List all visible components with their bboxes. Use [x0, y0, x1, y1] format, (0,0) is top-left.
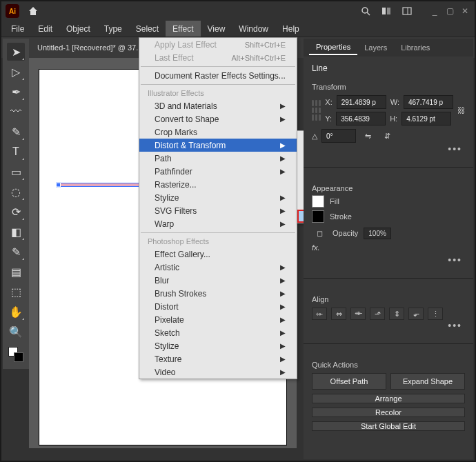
- w-label: W:: [390, 98, 399, 106]
- arrange-button[interactable]: Arrange: [312, 394, 465, 403]
- curvature-tool[interactable]: 〰: [7, 103, 25, 121]
- align-more-icon[interactable]: •••: [312, 320, 465, 331]
- menu-sketch[interactable]: Sketch▶: [139, 326, 297, 339]
- zoom-tool[interactable]: 🔍: [7, 323, 25, 341]
- start-global-edit-button[interactable]: Start Global Edit: [312, 421, 465, 431]
- menu-type[interactable]: Type: [97, 21, 129, 37]
- paintbrush-tool[interactable]: ✎: [7, 123, 25, 141]
- workspace-icon[interactable]: [401, 6, 413, 17]
- menu-artistic[interactable]: Artistic▶: [139, 261, 297, 274]
- document-tab[interactable]: Untitled-1 [Recovered]* @ 37.: [32, 41, 143, 54]
- align-right-button[interactable]: ⬲: [350, 308, 366, 320]
- fill-swatch[interactable]: [312, 195, 324, 208]
- rotate-tool[interactable]: ⟳: [7, 203, 25, 221]
- home-button[interactable]: [26, 4, 40, 18]
- menu-warp[interactable]: Warp▶: [139, 217, 297, 230]
- align-heading: Align: [312, 295, 465, 303]
- pen-tool[interactable]: ✒: [7, 83, 25, 101]
- tab-properties[interactable]: Properties: [309, 40, 357, 55]
- menu-select[interactable]: Select: [129, 21, 166, 37]
- svg-rect-3: [403, 8, 411, 14]
- menu-effect-gallery[interactable]: Effect Gallery...: [139, 248, 297, 261]
- type-tool[interactable]: T: [7, 143, 25, 161]
- menu-pixelate[interactable]: Pixelate▶: [139, 313, 297, 326]
- menu-stylize-ps[interactable]: Stylize▶: [139, 339, 297, 352]
- align-left-button[interactable]: ⬰: [312, 308, 327, 320]
- menu-blur[interactable]: Blur▶: [139, 274, 297, 287]
- recolor-button[interactable]: Recolor: [312, 408, 465, 417]
- home-icon: [28, 6, 39, 17]
- restore-button[interactable]: ▢: [444, 6, 455, 16]
- flip-horizontal-icon[interactable]: ⇋: [360, 128, 375, 143]
- minimize-button[interactable]: _: [429, 6, 440, 16]
- y-input[interactable]: 356.4839: [336, 112, 386, 125]
- stroke-swatch[interactable]: [312, 210, 324, 223]
- align-hcenter-button[interactable]: ⇔: [331, 308, 346, 320]
- hand-tool[interactable]: ✋: [7, 303, 25, 321]
- selection-type-label: Line: [312, 63, 465, 73]
- expand-shape-button[interactable]: Expand Shape: [390, 373, 465, 390]
- artboard-tool[interactable]: ⬚: [7, 283, 25, 301]
- align-vcenter-button[interactable]: ⇕: [389, 308, 404, 320]
- shape-builder-tool[interactable]: ◧: [7, 223, 25, 241]
- constrain-proportions-icon[interactable]: ⛓: [457, 103, 465, 118]
- menu-3d-materials[interactable]: 3D and Materials▶: [139, 99, 297, 112]
- menu-svg-filters[interactable]: SVG Filters▶: [139, 204, 297, 217]
- direct-selection-tool[interactable]: ▷: [7, 63, 25, 81]
- menu-brush-strokes[interactable]: Brush Strokes▶: [139, 287, 297, 300]
- tab-libraries[interactable]: Libraries: [394, 41, 437, 54]
- menu-video[interactable]: Video▶: [139, 365, 297, 379]
- reference-point-grid[interactable]: [312, 100, 321, 121]
- menu-document-raster-settings[interactable]: Document Raster Effects Settings...: [139, 69, 297, 82]
- eyedropper-tool[interactable]: ✎: [7, 243, 25, 261]
- flip-vertical-icon[interactable]: ⇵: [379, 128, 395, 143]
- rotate-input[interactable]: 0°: [321, 129, 356, 143]
- eraser-tool[interactable]: ◌: [7, 183, 25, 201]
- menu-distort-ps[interactable]: Distort▶: [139, 300, 297, 313]
- menu-stylize-ai[interactable]: Stylize▶: [139, 191, 297, 204]
- properties-panel: Properties Layers Libraries Line Transfo…: [304, 39, 473, 459]
- menu-window[interactable]: Window: [232, 21, 275, 37]
- align-top-button[interactable]: ⬏: [370, 308, 385, 320]
- menu-effect[interactable]: Effect: [166, 21, 200, 37]
- selection-tool[interactable]: ➤: [7, 43, 25, 61]
- menu-distort-transform[interactable]: Distort & Transform▶: [139, 139, 297, 152]
- opacity-icon: ◻: [312, 225, 327, 241]
- menu-rasterize[interactable]: Rasterize...: [139, 178, 297, 191]
- effect-menu-dropdown: Apply Last EffectShift+Ctrl+E Last Effec…: [139, 37, 297, 379]
- menu-texture[interactable]: Texture▶: [139, 352, 297, 365]
- app-logo: Ai: [6, 4, 19, 18]
- w-input[interactable]: 467.7419 p: [404, 95, 453, 109]
- illustrator-effects-label: Illustrator Effects: [139, 87, 297, 99]
- offset-path-button[interactable]: Offset Path: [312, 373, 386, 390]
- close-button[interactable]: ✕: [459, 6, 470, 16]
- menu-convert-to-shape[interactable]: Convert to Shape▶: [139, 112, 297, 125]
- distribute-button[interactable]: ⋮: [428, 308, 443, 320]
- tab-layers[interactable]: Layers: [357, 41, 394, 54]
- opacity-input[interactable]: 100%: [364, 228, 391, 239]
- x-input[interactable]: 291.4839 p: [337, 95, 386, 109]
- appearance-more-icon[interactable]: •••: [312, 254, 465, 265]
- panel-tabs: Properties Layers Libraries: [304, 39, 473, 57]
- menu-edit[interactable]: Edit: [31, 21, 59, 37]
- menu-file[interactable]: File: [4, 21, 31, 37]
- menu-crop-marks[interactable]: Crop Marks: [139, 125, 297, 139]
- fx-label[interactable]: fx.: [312, 243, 320, 252]
- search-icon[interactable]: [360, 6, 371, 17]
- menu-help[interactable]: Help: [275, 21, 306, 37]
- menu-view[interactable]: View: [201, 21, 232, 37]
- rectangle-tool[interactable]: ▭: [7, 163, 25, 181]
- menu-object[interactable]: Object: [59, 21, 97, 37]
- h-input[interactable]: 4.6129 pt: [401, 112, 451, 125]
- align-bottom-button[interactable]: ⬐: [408, 308, 424, 320]
- opacity-label: Opacity: [333, 229, 358, 237]
- transform-more-icon[interactable]: •••: [312, 143, 465, 154]
- arrange-documents-icon[interactable]: [381, 6, 392, 17]
- svg-point-0: [362, 8, 368, 13]
- fill-stroke-swatches[interactable]: [8, 347, 23, 362]
- appearance-heading: Appearance: [312, 184, 465, 192]
- gradient-tool[interactable]: ▤: [7, 263, 25, 281]
- menu-last-effect: Last EffectAlt+Shift+Ctrl+E: [139, 51, 297, 64]
- menu-path[interactable]: Path▶: [139, 152, 297, 165]
- menu-pathfinder[interactable]: Pathfinder▶: [139, 165, 297, 178]
